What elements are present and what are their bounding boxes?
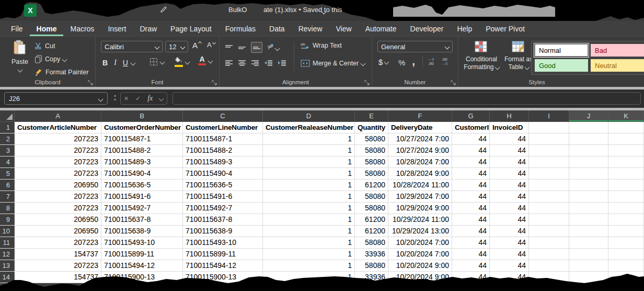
cell-D9[interactable]: 1	[263, 214, 355, 225]
cell-I1[interactable]	[529, 122, 569, 133]
cell-F9[interactable]: 10/29/2024 11:00	[388, 214, 452, 225]
cell-E8[interactable]: 58080	[355, 203, 388, 214]
row-header-13[interactable]: 13	[0, 260, 15, 271]
cell-K4[interactable]	[608, 156, 644, 167]
cell-G6[interactable]: 44	[452, 180, 490, 191]
column-header-A[interactable]: A	[15, 110, 101, 122]
cell-C13[interactable]: 7100115494-12	[183, 260, 263, 271]
cell-C10[interactable]: 7100115638-9	[183, 226, 263, 237]
cell-B11[interactable]: 7100115493-10	[101, 237, 183, 248]
cell-F4[interactable]: 10/28/2024 7:00	[388, 156, 452, 167]
cell-I3[interactable]	[529, 145, 569, 156]
format-as-table-button[interactable]: Format as Table	[502, 41, 535, 71]
number-dialog-launcher[interactable]	[451, 80, 456, 85]
cell-C3[interactable]: 7100115488-2	[183, 145, 263, 156]
cell-G1[interactable]: CustomerID	[452, 122, 490, 133]
font-name-select[interactable]: Calibri	[101, 41, 163, 52]
tab-draw[interactable]: Draw	[133, 21, 164, 36]
cell-J3[interactable]	[569, 145, 608, 156]
cell-H9[interactable]: 44	[490, 214, 529, 225]
cell-A4[interactable]: 207223	[15, 156, 101, 167]
grow-font-button[interactable]: A	[192, 41, 201, 50]
align-bottom-button[interactable]	[251, 42, 262, 53]
cell-K1[interactable]	[608, 122, 644, 133]
column-header-C[interactable]: C	[183, 110, 263, 122]
cell-J4[interactable]	[569, 156, 608, 167]
row-header-5[interactable]: 5	[0, 168, 15, 179]
row-header-12[interactable]: 12	[0, 249, 15, 260]
cell-D10[interactable]: 1	[263, 226, 355, 237]
tab-developer[interactable]: Developer	[404, 21, 451, 36]
cell-I7[interactable]	[529, 191, 569, 202]
font-size-select[interactable]: 12	[165, 41, 188, 52]
cell-E4[interactable]: 58080	[355, 156, 388, 167]
cell-J10[interactable]	[569, 226, 608, 237]
cell-D12[interactable]: 1	[263, 249, 355, 260]
cell-B3[interactable]: 7100115488-2	[101, 145, 183, 156]
cell-F10[interactable]: 10/29/2024 13:00	[388, 226, 452, 237]
cell-H4[interactable]: 44	[490, 156, 529, 167]
cell-A11[interactable]: 207223	[15, 237, 101, 248]
cell-D2[interactable]: 1	[263, 133, 355, 144]
conditional-formatting-button[interactable]: Conditional Formatting	[462, 41, 501, 71]
cell-A3[interactable]: 207223	[15, 145, 101, 156]
cell-I6[interactable]	[529, 180, 569, 191]
cell-B2[interactable]: 7100115487-1	[101, 133, 183, 144]
tab-macros[interactable]: Macros	[63, 21, 101, 36]
cell-J12[interactable]	[569, 249, 608, 260]
cell-F7[interactable]: 10/29/2024 7:00	[388, 191, 452, 202]
cell-K7[interactable]	[608, 191, 644, 202]
tab-data[interactable]: Data	[262, 21, 292, 36]
cell-C8[interactable]: 7100115492-7	[183, 203, 263, 214]
cell-E3[interactable]: 58080	[355, 145, 388, 156]
column-header-K[interactable]: K	[608, 110, 644, 122]
cell-F3[interactable]: 10/27/2024 9:00	[388, 145, 452, 156]
cell-G5[interactable]: 44	[452, 168, 490, 179]
cell-H13[interactable]: 44	[490, 260, 529, 271]
cell-H11[interactable]: 44	[490, 237, 529, 248]
style-gallery-item-good[interactable]: Good	[535, 59, 588, 72]
formula-bar-grip[interactable]: ••	[114, 95, 116, 102]
column-header-F[interactable]: F	[388, 110, 452, 122]
cell-B1[interactable]: CustomerOrderNumber	[101, 122, 183, 133]
cell-G3[interactable]: 44	[452, 145, 490, 156]
align-middle-icon[interactable]	[238, 44, 246, 51]
decrease-decimal-button[interactable]: .00→0	[441, 58, 447, 66]
cell-K5[interactable]	[608, 168, 644, 179]
insert-function-button[interactable]: fx	[147, 94, 153, 103]
paste-dropdown-chevron-icon[interactable]	[17, 68, 22, 73]
cell-C4[interactable]: 7100115489-3	[183, 156, 263, 167]
cell-A10[interactable]: 206950	[15, 226, 101, 237]
cell-K9[interactable]	[608, 214, 644, 225]
cell-H6[interactable]: 44	[490, 180, 529, 191]
align-top-icon[interactable]	[225, 44, 233, 51]
cell-I8[interactable]	[529, 203, 569, 214]
tab-power-pivot[interactable]: Power Pivot	[479, 21, 532, 36]
borders-button[interactable]	[150, 58, 164, 66]
cell-K2[interactable]	[608, 133, 644, 144]
title-dropdown-chevron-icon[interactable]	[322, 7, 326, 16]
cell-I9[interactable]	[529, 214, 569, 225]
format-painter-button[interactable]: Format Painter	[34, 68, 89, 76]
cell-B8[interactable]: 7100115492-7	[101, 203, 183, 214]
cell-B12[interactable]: 7100115899-11	[101, 249, 183, 260]
increase-decimal-button[interactable]: ←0.00	[428, 58, 434, 66]
underline-button[interactable]: U	[123, 59, 128, 67]
cell-E5[interactable]: 58080	[355, 168, 388, 179]
cell-H3[interactable]: 44	[490, 145, 529, 156]
cell-D11[interactable]: 1	[263, 237, 355, 248]
row-header-3[interactable]: 3	[0, 145, 15, 156]
row-header-2[interactable]: 2	[0, 133, 15, 144]
cell-J7[interactable]	[569, 191, 608, 202]
column-header-D[interactable]: D	[263, 110, 355, 122]
cell-D7[interactable]: 1	[263, 191, 355, 202]
cell-F11[interactable]: 10/20/2024 7:00	[388, 237, 452, 248]
select-all-corner[interactable]	[0, 110, 15, 122]
align-right-icon[interactable]	[251, 60, 259, 66]
font-dialog-launcher[interactable]	[212, 80, 217, 85]
cell-F6[interactable]: 10/28/2024 11:00	[388, 180, 452, 191]
cell-J2[interactable]	[569, 133, 608, 144]
cell-A5[interactable]: 207223	[15, 168, 101, 179]
column-header-G[interactable]: G	[452, 110, 490, 122]
cell-I11[interactable]	[529, 237, 569, 248]
